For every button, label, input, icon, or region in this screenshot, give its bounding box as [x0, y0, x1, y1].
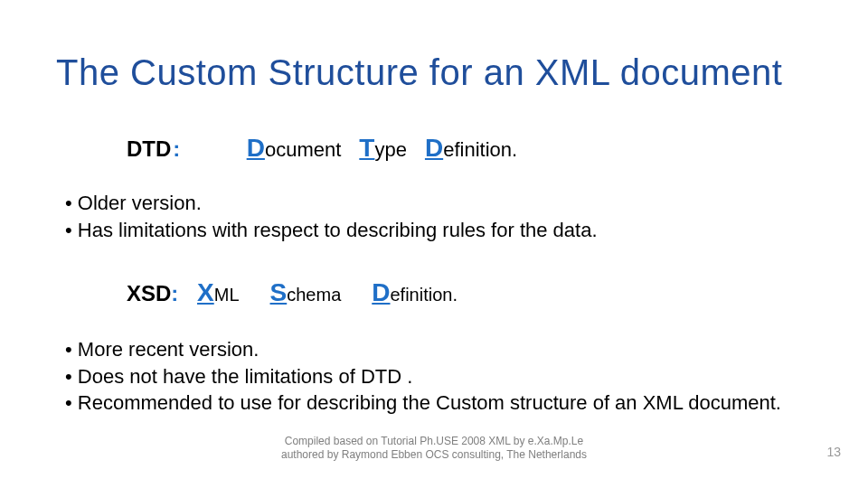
list-item: Recommended to use for describing the Cu… — [65, 389, 781, 417]
xsd-heading: XSD: XML Schema Definition. — [127, 278, 458, 307]
dtd-abbr: DTD — [127, 136, 171, 161]
list-item: Does not have the limitations of DTD . — [65, 363, 781, 390]
xsd-abbr: XSD — [127, 281, 171, 305]
xsd-word2-rest: chema — [287, 285, 341, 305]
dtd-word2-initial: T — [359, 134, 374, 162]
dtd-word1-rest: ocument — [265, 138, 341, 161]
dtd-bullets: Older version. Has limitations with resp… — [65, 190, 598, 243]
list-item: Has limitations with respect to describi… — [65, 217, 598, 244]
footer-credit: Compiled based on Tutorial Ph.USE 2008 X… — [0, 435, 868, 463]
xsd-bullets: More recent version. Does not have the l… — [65, 336, 781, 417]
dtd-colon: : — [173, 136, 180, 161]
list-item: Older version. — [65, 190, 598, 217]
xsd-word3-initial: D — [372, 278, 390, 306]
xsd-word1-rest: ML — [214, 285, 240, 305]
footer-line1: Compiled based on Tutorial Ph.USE 2008 X… — [0, 435, 868, 449]
dtd-word2-rest: ype — [374, 138, 406, 161]
dtd-word1-initial: D — [247, 134, 265, 162]
list-item: More recent version. — [65, 336, 781, 363]
xsd-word1-initial: X — [197, 278, 214, 306]
dtd-word3-rest: efinition. — [443, 138, 517, 161]
dtd-word3-initial: D — [425, 134, 443, 162]
xsd-colon: : — [171, 281, 178, 305]
xsd-word2-initial: S — [270, 278, 288, 306]
page-number: 13 — [826, 445, 841, 459]
xsd-word3-rest: efinition. — [391, 285, 458, 305]
slide-title: The Custom Structure for an XML document — [56, 52, 782, 93]
footer-line2: authored by Raymond Ebben OCS consulting… — [0, 448, 868, 463]
dtd-heading: DTD: Document Type Definition. — [127, 134, 517, 163]
